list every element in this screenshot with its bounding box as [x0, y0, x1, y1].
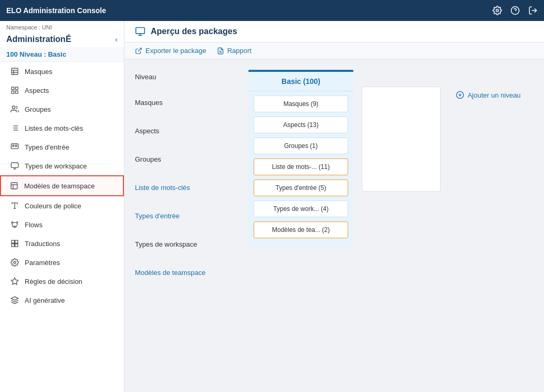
svg-rect-33 [12, 244, 14, 247]
sidebar-collapse-btn[interactable]: ‹ [115, 35, 118, 44]
svg-line-41 [138, 48, 141, 51]
sidebar-item-aspects[interactable]: Aspects [0, 81, 124, 100]
add-level-label: Ajouter un niveau [467, 91, 520, 99]
package-item-types-entree: Types d'entrée (5) [254, 179, 348, 196]
sidebar-item-listes[interactable]: Listes de mots-clés [0, 119, 124, 137]
empty-level-column [362, 87, 441, 192]
package-item-types-workspace: Types de work... (4) [254, 200, 348, 217]
package-item-aspects-btn[interactable]: Aspects (13) [254, 116, 348, 133]
types-entree-icon [10, 142, 19, 152]
package-item-types-workspace-btn[interactable]: Types de work... (4) [254, 200, 348, 217]
svg-rect-21 [15, 145, 17, 147]
topbar-icons [493, 6, 538, 16]
settings-icon[interactable] [493, 6, 502, 16]
sidebar-item-types-entree-label: Types d'entrée [25, 143, 69, 151]
sidebar-item-modeles-label: Modèles de teamspace [24, 182, 95, 190]
svg-point-29 [16, 222, 18, 224]
svg-rect-31 [12, 240, 14, 243]
flows-icon [10, 220, 19, 229]
svg-point-35 [14, 261, 16, 263]
package-item-masques-btn[interactable]: Masques (9) [254, 96, 348, 112]
package-item-groupes: Groupes (1) [254, 137, 348, 154]
svg-rect-11 [15, 91, 18, 93]
sidebar: Namespace : UNI AdministrationÉ ‹ 100 Ni… [0, 21, 124, 392]
add-level-area: Ajouter un niveau [449, 70, 528, 99]
content-header: Aperçu des packages [124, 21, 544, 43]
package-item-types-entree-btn[interactable]: Types d'entrée (5) [254, 179, 348, 196]
package-overview-icon [135, 26, 145, 37]
modeles-teamspace-icon [9, 181, 19, 190]
regles-decision-icon [10, 277, 19, 286]
sidebar-item-couleurs-label: Couleurs de police [25, 202, 81, 210]
sidebar-item-masques[interactable]: Masques [0, 62, 124, 81]
namespace-label: Namespace : UNI [0, 21, 124, 31]
package-item-modeles: Modèles de tea... (2) [254, 221, 348, 238]
package-item-modeles-btn[interactable]: Modèles de tea... (2) [254, 221, 348, 238]
masques-icon [10, 67, 19, 76]
package-item-masques: Masques (9) [254, 96, 348, 112]
svg-marker-36 [11, 278, 18, 284]
sidebar-item-modeles-teamspace[interactable]: Modèles de teamspace [0, 175, 124, 196]
svg-rect-25 [11, 183, 17, 189]
svg-rect-4 [12, 68, 18, 75]
traductions-icon [10, 239, 19, 248]
main-layout: Namespace : UNI AdministrationÉ ‹ 100 Ni… [0, 21, 544, 392]
sidebar-item-listes-label: Listes de mots-clés [25, 124, 83, 132]
app-title: ELO Administration Console [6, 6, 106, 15]
package-item-listes-btn[interactable]: Liste de mots-... (11) [254, 158, 348, 175]
svg-rect-38 [136, 28, 145, 34]
sidebar-item-aspects-label: Aspects [25, 87, 49, 94]
export-package-label: Exporter le package [145, 47, 206, 55]
package-item-groupes-btn[interactable]: Groupes (1) [254, 137, 348, 154]
logout-icon[interactable] [528, 6, 538, 16]
sidebar-item-regles-decision[interactable]: Règles de décision [0, 272, 124, 291]
topbar: ELO Administration Console [0, 0, 544, 21]
sidebar-item-types-entree[interactable]: Types d'entrée [0, 137, 124, 156]
package-item-aspects: Aspects (13) [254, 116, 348, 133]
sidebar-item-traductions[interactable]: Traductions [0, 234, 124, 253]
sidebar-item-parametres-label: Paramètres [25, 259, 60, 267]
sidebar-item-regles-label: Règles de décision [25, 278, 82, 285]
package-area: Niveau Masques Aspects Groupes Liste de … [124, 59, 544, 392]
package-card-body: Masques (9) Aspects (13) Groupes (1) Lis… [248, 91, 353, 247]
sidebar-item-types-workspace[interactable]: Types de workspace [0, 156, 124, 175]
export-package-btn[interactable]: Exporter le package [135, 47, 206, 55]
sidebar-item-ai-generative[interactable]: AI générative [0, 291, 124, 310]
sidebar-item-types-workspace-label: Types de workspace [25, 162, 87, 170]
svg-point-28 [12, 222, 13, 224]
content-area: Aperçu des packages Exporter le package [124, 21, 544, 392]
types-workspace-icon [10, 161, 19, 171]
svg-marker-37 [11, 296, 18, 300]
rapport-label: Rapport [227, 47, 252, 55]
sidebar-item-couleurs-police[interactable]: Couleurs de police [0, 196, 124, 215]
svg-rect-10 [12, 91, 14, 93]
row-label-listes: Liste de mots-clés [135, 173, 240, 202]
level-col-header: Niveau [135, 70, 240, 84]
sidebar-item-flows[interactable]: Flows [0, 215, 124, 234]
sidebar-level: 100 Niveau : Basic [0, 47, 124, 62]
sidebar-item-ai-label: AI générative [25, 296, 65, 304]
row-label-types-entree: Types d'entrée [135, 202, 240, 230]
aspects-icon [10, 86, 19, 95]
rapport-btn[interactable]: Rapport [217, 47, 252, 55]
svg-rect-20 [13, 145, 14, 147]
sidebar-item-traductions-label: Traductions [25, 240, 60, 248]
sidebar-item-parametres[interactable]: Paramètres [0, 253, 124, 272]
help-icon[interactable] [510, 6, 520, 16]
add-level-btn[interactable]: Ajouter un niveau [456, 91, 520, 99]
package-item-listes: Liste de mots-... (11) [254, 158, 348, 175]
row-label-types-workspace: Types de workspace [135, 230, 240, 258]
ai-icon [10, 295, 19, 305]
svg-point-12 [12, 106, 15, 109]
svg-rect-22 [11, 163, 18, 167]
svg-point-0 [496, 9, 499, 12]
svg-rect-32 [15, 240, 18, 243]
groupes-icon [10, 104, 19, 114]
sidebar-item-flows-label: Flows [25, 221, 43, 229]
sidebar-item-groupes[interactable]: Groupes [0, 100, 124, 119]
package-card-basic: Basic (100) Masques (9) Aspects (13) Gro… [248, 70, 353, 247]
level-column: Niveau Masques Aspects Groupes Liste de … [135, 70, 240, 287]
row-label-modeles: Modèles de teamspace [135, 258, 240, 287]
sidebar-item-masques-label: Masques [25, 68, 53, 76]
svg-rect-34 [15, 244, 18, 247]
